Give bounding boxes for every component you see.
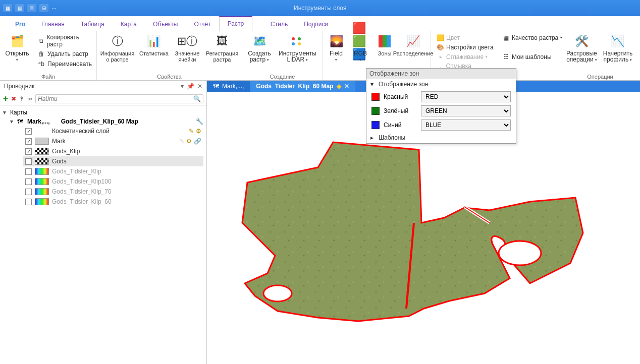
nav-right-icon[interactable]: ↠ [27, 95, 32, 102]
layer-checkbox[interactable] [25, 199, 32, 205]
my-templates-button[interactable]: ☷Мои шаблоны [501, 52, 553, 62]
nav-up-icon[interactable]: ↟ [19, 95, 24, 102]
zones-popup: Отображение зон ▾Отображение зон Красный… [366, 68, 516, 144]
qat-layers-icon[interactable]: ≣ [27, 4, 36, 12]
rgb-button[interactable]: 🟥🟩🟦RGB▾ [351, 33, 369, 63]
color-label: Цвет [446, 34, 460, 41]
zone-red-select[interactable]: RED [421, 91, 511, 102]
title-bar: ▦ ▤ ≣ ⛁ ⋯ Инструменты слоя [0, 0, 640, 16]
qat-map-icon[interactable]: ▦ [3, 4, 12, 12]
tab-style[interactable]: Стиль [262, 18, 296, 31]
layer-checkbox[interactable] [25, 189, 32, 195]
tab-modified-icon: ◆ [337, 83, 341, 90]
tab-close-icon[interactable]: ✕ [344, 83, 349, 90]
layer-row[interactable]: Gods_Tidsler_Klip_60 [23, 197, 203, 207]
layer-row-selected[interactable]: Gods [23, 156, 203, 166]
layer-checkbox[interactable] [25, 168, 32, 175]
qat-db-icon[interactable]: ⛁ [39, 4, 48, 12]
layer-row[interactable]: ✓ Gods_Klip [23, 146, 203, 156]
explorer-title: Проводник [4, 83, 34, 90]
zones-label: Зоны [378, 50, 392, 56]
qat-table-icon[interactable]: ▤ [15, 4, 24, 12]
color-settings-button[interactable]: 🎨Настройки цвета [435, 43, 495, 52]
panel-menu-icon[interactable]: ▾ [181, 83, 184, 90]
layer-row[interactable]: Gods_Tidsler_Klip [23, 166, 203, 176]
cell-value-icon: ⊞ⓘ [179, 33, 195, 49]
layer-checkbox[interactable]: ✓ [25, 148, 32, 155]
tab-map[interactable]: Карта [113, 18, 145, 31]
pencil-icon[interactable]: ✎ [189, 128, 194, 135]
register-raster-label: Регистрация растра [206, 50, 238, 63]
raster-ops-button[interactable]: 🛠️Растровые операции ▾ [566, 33, 597, 63]
tab-table[interactable]: Таблица [73, 18, 113, 31]
add-icon[interactable]: ✚ [3, 95, 8, 102]
remove-icon[interactable]: ✖ [11, 95, 16, 102]
layer-row[interactable]: Gods_Tidsler_Klip_70 [23, 187, 203, 197]
color-settings-icon: 🎨 [436, 43, 444, 51]
tab-home[interactable]: Главная [33, 18, 73, 31]
open-button[interactable]: 🗂️ Открыть ▾ [4, 33, 30, 63]
delete-icon: 🗑 [37, 50, 45, 58]
map-root-label: Mark,..., [27, 118, 50, 125]
layer-swatch [35, 158, 49, 165]
pencil-icon[interactable]: ✎ [179, 138, 184, 145]
statistics-label: Статистика [139, 50, 169, 56]
qat-more-icon[interactable]: ⋯ [51, 4, 57, 12]
popup-section-header[interactable]: ▾Отображение зон [366, 79, 516, 90]
zones-button[interactable]: Зоны [376, 33, 394, 56]
zone-blue-select[interactable]: BLUE [421, 119, 511, 131]
color-swatch-green [371, 107, 380, 115]
layer-checkbox[interactable]: ✓ [25, 128, 32, 135]
zone-row-green: Зелёный GREEN [366, 104, 516, 118]
popup-templates-header[interactable]: ▸Шаблоны [366, 132, 516, 143]
field-button[interactable]: 🌄Field▾ [327, 33, 345, 63]
gear-icon[interactable]: ⚙ [196, 128, 201, 135]
panel-close-icon[interactable]: ✕ [197, 83, 202, 90]
search-input[interactable] [38, 95, 193, 102]
tab-pro[interactable]: Pro [7, 18, 33, 31]
cell-value-button[interactable]: ⊞ⓘЗначение ячейки [174, 33, 200, 63]
my-templates-label: Мои шаблоны [512, 53, 552, 60]
delete-raster-button[interactable]: 🗑Удалить растр [36, 49, 93, 58]
tab-raster[interactable]: Растр [219, 16, 252, 31]
rename-button[interactable]: ᵃbПереименовать [36, 59, 93, 69]
search-icon[interactable]: 🔍 [193, 95, 201, 102]
statistics-button[interactable]: 📊Статистика [140, 33, 168, 56]
panel-pin-icon[interactable]: 📌 [187, 83, 194, 90]
zone-color-label: Зелёный [384, 107, 417, 114]
smoothing-icon: ⌁ [436, 53, 444, 61]
distribution-button[interactable]: 📈Распределение [400, 33, 426, 56]
map-tab-selected[interactable]: Gods_Tidsler_Klip_60 Map ◆ ✕ [250, 81, 355, 92]
register-raster-button[interactable]: 🖼Регистрация растра [206, 33, 238, 63]
layer-row[interactable]: Gods_Tidsler_Klip100 [23, 176, 203, 187]
raster-quality-button[interactable]: ▦Качество растра ▾ [501, 33, 563, 42]
tab-objects[interactable]: Объекты [145, 18, 186, 31]
copy-raster-button[interactable]: ⧉Копировать растр [36, 33, 93, 48]
tree-map-item[interactable]: ▾🗺 Mark,..., Gods_Tidsler_Klip_60 Map 🔧 [10, 117, 203, 126]
ribbon: 🗂️ Открыть ▾ ⧉Копировать растр 🗑Удалить … [0, 31, 640, 81]
layer-checkbox[interactable]: ✓ [25, 138, 32, 145]
create-raster-button[interactable]: 🗺️Создать растр ▾ [246, 33, 273, 63]
draw-profile-button[interactable]: 📉Начертить профиль ▾ [603, 33, 632, 63]
tab-report[interactable]: Отчёт [186, 18, 219, 31]
tab-labels[interactable]: Подписи [296, 18, 336, 31]
tree-maps-node[interactable]: ▾Карты [3, 108, 203, 117]
layer-row-cosmetic[interactable]: ✓ Косметический слой ✎⚙ [23, 126, 203, 136]
group-create-label: Создание [246, 73, 318, 80]
register-icon: 🖼 [214, 33, 230, 49]
map-title-label: Gods_Tidsler_Klip_60 Map [61, 118, 138, 125]
raster-quality-label: Качество растра [512, 34, 558, 41]
layer-checkbox[interactable] [25, 178, 32, 185]
lidar-tools-button[interactable]: Инструменты LiDAR ▾ [279, 33, 316, 63]
link-icon[interactable]: 🔗 [194, 138, 201, 145]
map-tab[interactable]: 🗺Mark,..., [207, 81, 250, 92]
gear-icon[interactable]: ⚙ [186, 138, 192, 145]
rgb-label: RGB [354, 50, 367, 57]
zone-green-select[interactable]: GREEN [421, 105, 511, 116]
map-tools-icon[interactable]: 🔧 [196, 118, 203, 125]
layer-checkbox[interactable] [25, 158, 32, 165]
info-icon: ⓘ [110, 33, 126, 49]
layer-row[interactable]: ✓ Mark ✎⚙🔗 [23, 136, 203, 146]
raster-info-button[interactable]: ⓘИнформация о растре [101, 33, 134, 63]
search-box[interactable]: 🔍 [35, 94, 203, 103]
